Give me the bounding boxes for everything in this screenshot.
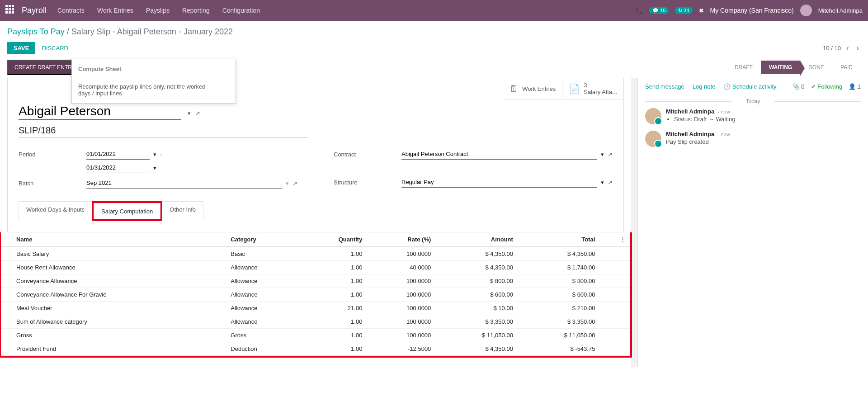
nav-payslips[interactable]: Payslips (146, 7, 170, 14)
contract-caret-icon[interactable]: ▾ (601, 151, 604, 158)
status-chain: DRAFT WAITING DONE PAID (726, 61, 861, 74)
user-avatar[interactable] (800, 5, 812, 16)
employee-dropdown-icon[interactable]: ▾ (188, 110, 191, 117)
batch-input[interactable] (86, 178, 282, 189)
status-done[interactable]: DONE (800, 61, 832, 74)
apps-icon[interactable] (5, 5, 16, 16)
nav-reporting[interactable]: Reporting (182, 7, 210, 14)
salary-attachments-button[interactable]: 📄 3 Salary Atta... (562, 78, 623, 99)
message-time: - now (718, 132, 730, 137)
form-area: 🗓 Work Entries 📄 3 Salary Atta... ▾ (0, 78, 631, 367)
table-row[interactable]: Basic SalaryBasic1.00100.0000$ 4,350.00$… (1, 247, 630, 261)
breadcrumb-root[interactable]: Payslips To Pay (7, 27, 65, 36)
top-nav: Contracts Work Entries Payslips Reportin… (57, 7, 260, 14)
work-entries-button[interactable]: 🗓 Work Entries (503, 78, 562, 99)
tools-icon[interactable]: ✖ (699, 7, 704, 14)
structure-input[interactable] (401, 177, 597, 188)
compute-sheet-tooltip: Compute Sheet Recompute the payslip line… (71, 59, 236, 104)
employee-external-link-icon[interactable]: ↗ (195, 110, 200, 117)
batch-field-row: Batch ▾ ↗ (19, 178, 297, 189)
table-row[interactable]: Meal VoucherAllowance21.00100.0000$ 10.0… (1, 302, 630, 315)
table-row[interactable]: Conveyance Allowance For GravieAllowance… (1, 288, 630, 302)
messaging-badge[interactable]: 💬 15 (649, 7, 669, 14)
scrollbar[interactable] (631, 78, 637, 367)
pager-next[interactable]: › (854, 43, 861, 53)
table-header-row: Name Category Quantity Rate (%) Amount T… (1, 232, 630, 247)
form-grid: Period ▾ - ▾ (19, 149, 613, 189)
batch-external-link-icon[interactable]: ↗ (292, 180, 297, 187)
breadcrumb-current: Salary Slip - Abigail Peterson - January… (71, 27, 233, 36)
table-row[interactable]: Provident FundDeduction1.00-12.5000$ 4,3… (1, 342, 630, 356)
app-name: Payroll (22, 6, 47, 15)
following-button[interactable]: ✔ Following (811, 83, 843, 90)
breadcrumb: Payslips To Pay / Salary Slip - Abigail … (7, 27, 233, 37)
contract-input[interactable] (401, 149, 597, 160)
highlighted-tab-wrapper: Salary Computation (92, 201, 162, 221)
period-from-input[interactable] (86, 149, 150, 160)
period-to-row: ▾ (19, 162, 297, 173)
salary-computation-table: Name Category Quantity Rate (%) Amount T… (1, 232, 630, 356)
followers-button[interactable]: 👤 1 (849, 83, 861, 90)
col-name: Name (1, 232, 226, 247)
structure-label: Structure (334, 179, 401, 186)
top-right: 📞 💬 15 ↻ 34 ✖ My Company (San Francisco)… (636, 5, 863, 16)
contract-external-link-icon[interactable]: ↗ (608, 151, 613, 158)
schedule-activity-button[interactable]: 🕐 Schedule activity (723, 83, 776, 90)
period-field-row: Period ▾ - (19, 149, 297, 160)
tabs: Worked Days & Inputs Salary Computation … (19, 201, 613, 221)
structure-field-row: Structure ▾ ↗ (334, 177, 613, 188)
chatter-right: 📎 0 ✔ Following 👤 1 (793, 83, 861, 90)
status-waiting[interactable]: WAITING (761, 61, 800, 74)
activities-badge[interactable]: ↻ 34 (675, 7, 692, 14)
topbar: Payroll Contracts Work Entries Payslips … (0, 0, 868, 21)
company-selector[interactable]: My Company (San Francisco) (710, 7, 794, 14)
message-created: Mitchell Adminpa - now Pay Slip created (645, 131, 861, 147)
breadcrumb-row: Payslips To Pay / Salary Slip - Abigail … (0, 21, 868, 40)
nav-contracts[interactable]: Contracts (57, 7, 85, 14)
table-row[interactable]: Sum of Allowance categoryAllowance1.0010… (1, 315, 630, 329)
nav-work-entries[interactable]: Work Entries (97, 7, 133, 14)
table-row[interactable]: House Rent AllowanceAllowance1.0040.0000… (1, 261, 630, 274)
pager-prev[interactable]: ‹ (844, 43, 851, 53)
nav-configuration[interactable]: Configuration (222, 7, 260, 14)
tab-worked-days[interactable]: Worked Days & Inputs (19, 201, 92, 221)
pager-text: 10 / 10 (823, 45, 841, 52)
message-text: Pay Slip created (666, 138, 861, 145)
message-time: - now (718, 109, 730, 114)
structure-caret-icon[interactable]: ▾ (601, 179, 604, 186)
table-row[interactable]: GrossGross1.00100.0000$ 11,050.00$ 11,05… (1, 329, 630, 342)
user-name[interactable]: Mitchell Adminpa (818, 7, 863, 14)
tab-other-info[interactable]: Other Info (162, 201, 203, 221)
log-note-button[interactable]: Log note (693, 83, 716, 90)
period-to-input[interactable] (86, 162, 150, 173)
status-paid[interactable]: PAID (832, 61, 861, 74)
col-rate: Rate (%) (367, 232, 435, 247)
message-author: Mitchell Adminpa (666, 131, 714, 137)
contract-label: Contract (334, 151, 401, 158)
chatter: Send message Log note 🕐 Schedule activit… (637, 78, 868, 367)
col-amount: Amount (435, 232, 518, 247)
documents-icon: 📄 (569, 83, 580, 94)
attachments-button[interactable]: 📎 0 (793, 83, 805, 90)
period-to-caret-icon[interactable]: ▾ (153, 165, 156, 171)
structure-external-link-icon[interactable]: ↗ (608, 179, 613, 186)
status-change-item: Status: Draft → Waiting (674, 116, 861, 123)
save-button[interactable]: SAVE (7, 42, 35, 54)
message-status-change: Mitchell Adminpa - now Status: Draft → W… (645, 108, 861, 124)
table-row[interactable]: Conveyance AllowanceAllowance1.00100.000… (1, 274, 630, 288)
batch-label: Batch (19, 180, 86, 187)
status-draft[interactable]: DRAFT (726, 61, 761, 74)
phone-icon[interactable]: 📞 (636, 7, 643, 14)
period-from-caret-icon[interactable]: ▾ (153, 151, 156, 158)
period-label: Period (19, 151, 86, 158)
contract-field-row: Contract ▾ ↗ (334, 149, 613, 160)
chatter-actions: Send message Log note 🕐 Schedule activit… (645, 83, 861, 94)
send-message-button[interactable]: Send message (645, 83, 684, 90)
batch-caret-icon[interactable]: ▾ (286, 180, 289, 187)
tab-salary-computation[interactable]: Salary Computation (94, 203, 160, 219)
calendar-icon: 🗓 (509, 84, 519, 94)
table-options-icon[interactable]: ⋮ (599, 232, 630, 247)
discard-button[interactable]: DISCARD (35, 42, 75, 54)
message-author: Mitchell Adminpa (666, 108, 714, 115)
employee-field[interactable] (19, 103, 181, 120)
